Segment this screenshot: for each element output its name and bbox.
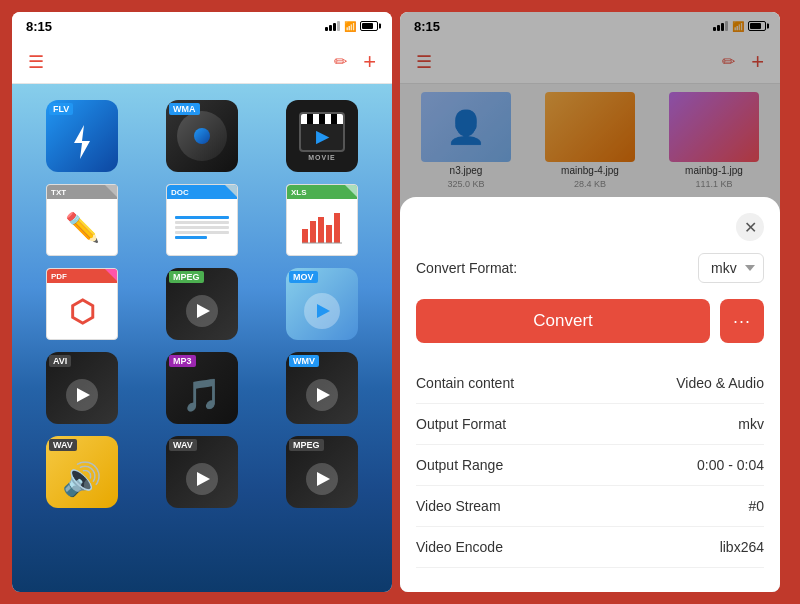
avi-play-icon — [66, 379, 98, 411]
format-row: Convert Format: mkv mp4 avi — [416, 253, 764, 283]
app-txt[interactable]: TXT ✏️ — [28, 184, 136, 256]
app-avi[interactable]: AVI — [28, 352, 136, 424]
left-nav-bar: ☰ ✏ + — [12, 40, 392, 84]
mp3-note-icon: 🎵 — [182, 376, 222, 414]
wifi-icon: 📶 — [344, 21, 356, 32]
wmv-play-icon — [306, 379, 338, 411]
flash-icon — [66, 123, 98, 161]
convert-button[interactable]: Convert — [416, 299, 710, 343]
movie-label: MOVIE — [308, 154, 336, 161]
video-encode-label: Video Encode — [416, 539, 503, 555]
format-label: Convert Format: — [416, 260, 517, 276]
video-stream-value: #0 — [748, 498, 764, 514]
xls-content — [287, 199, 357, 255]
svg-rect-5 — [334, 213, 340, 243]
mp3-tag: MP3 — [169, 355, 196, 367]
right-phone: 8:15 📶 ☰ ✏ + 👤 n3.jpeg 325 — [400, 12, 780, 592]
app-wav2[interactable]: WAV — [148, 436, 256, 508]
wma-disc — [177, 111, 227, 161]
wav2-tag: WAV — [169, 439, 197, 451]
svg-rect-2 — [310, 221, 316, 243]
left-status-bar: 8:15 📶 — [12, 12, 392, 40]
contain-value: Video & Audio — [676, 375, 764, 391]
app-mpeg-video[interactable]: MPEG — [148, 268, 256, 340]
mov-play-icon — [304, 293, 340, 329]
signal-icon — [325, 21, 340, 31]
modal-close-row: ✕ — [416, 213, 764, 241]
wma-tag: WMA — [169, 103, 200, 115]
info-row-output-format: Output Format mkv — [416, 404, 764, 445]
txt-pen-icon: ✏️ — [65, 211, 100, 244]
pdf-label: PDF — [51, 272, 67, 281]
txt-label: TXT — [51, 188, 66, 197]
info-row-video-stream: Video Stream #0 — [416, 486, 764, 527]
wmv-tag: WMV — [289, 355, 319, 367]
left-status-time: 8:15 — [26, 19, 52, 34]
convert-modal: ✕ Convert Format: mkv mp4 avi Convert ··… — [400, 197, 780, 592]
left-status-icons: 📶 — [325, 21, 378, 32]
left-plus-icon[interactable]: + — [363, 49, 376, 75]
svg-rect-1 — [302, 229, 308, 243]
output-format-label: Output Format — [416, 416, 506, 432]
contain-label: Contain content — [416, 375, 514, 391]
left-pencil-icon[interactable]: ✏ — [334, 52, 347, 71]
doc-header: DOC — [167, 185, 237, 199]
battery-icon — [360, 21, 378, 31]
wav2-play-icon — [186, 463, 218, 495]
app-wma[interactable]: WMA — [148, 100, 256, 172]
txt-content: ✏️ — [47, 199, 117, 255]
mpeg-v-tag: MPEG — [169, 271, 204, 283]
modal-overlay: ✕ Convert Format: mkv mp4 avi Convert ··… — [400, 12, 780, 592]
svg-rect-4 — [326, 225, 332, 243]
app-xls[interactable]: XLS — [268, 184, 376, 256]
xls-chart-icon — [300, 209, 344, 245]
left-menu-icon[interactable]: ☰ — [28, 51, 44, 73]
txt-header: TXT — [47, 185, 117, 199]
mpeg-play-icon — [186, 295, 218, 327]
output-format-value: mkv — [738, 416, 764, 432]
output-range-label: Output Range — [416, 457, 503, 473]
mpeg2-tag: MPEG — [289, 439, 324, 451]
app-grid: FLV WMA ▶ MOVIE — [12, 84, 392, 592]
video-encode-value: libx264 — [720, 539, 764, 555]
info-row-contain: Contain content Video & Audio — [416, 363, 764, 404]
pdf-header: PDF — [47, 269, 117, 283]
avi-tag: AVI — [49, 355, 71, 367]
app-mpeg2[interactable]: MPEG — [268, 436, 376, 508]
app-mov[interactable]: MOV — [268, 268, 376, 340]
app-wav[interactable]: WAV 🔊 — [28, 436, 136, 508]
svg-rect-3 — [318, 217, 324, 243]
app-doc[interactable]: DOC — [148, 184, 256, 256]
app-flv[interactable]: FLV — [28, 100, 136, 172]
output-range-value: 0:00 - 0:04 — [697, 457, 764, 473]
app-wmv[interactable]: WMV — [268, 352, 376, 424]
app-movie[interactable]: ▶ MOVIE — [268, 100, 376, 172]
modal-close-button[interactable]: ✕ — [736, 213, 764, 241]
pdf-icon: ⬡ — [69, 294, 95, 329]
movie-clapboard: ▶ — [299, 112, 345, 152]
pdf-content: ⬡ — [47, 283, 117, 339]
info-row-output-range: Output Range 0:00 - 0:04 — [416, 445, 764, 486]
xls-header: XLS — [287, 185, 357, 199]
info-row-video-encode: Video Encode libx264 — [416, 527, 764, 568]
format-select[interactable]: mkv mp4 avi — [698, 253, 764, 283]
app-pdf[interactable]: PDF ⬡ — [28, 268, 136, 340]
left-phone: 8:15 📶 ☰ ✏ + FLV — [12, 12, 392, 592]
flv-tag: FLV — [49, 103, 73, 115]
doc-label: DOC — [171, 188, 189, 197]
more-button[interactable]: ··· — [720, 299, 764, 343]
app-mp3[interactable]: MP3 🎵 — [148, 352, 256, 424]
wav-tag: WAV — [49, 439, 77, 451]
mpeg2-play-icon — [306, 463, 338, 495]
xls-label: XLS — [291, 188, 307, 197]
doc-content — [167, 199, 237, 255]
mov-tag: MOV — [289, 271, 318, 283]
video-stream-label: Video Stream — [416, 498, 501, 514]
svg-marker-0 — [74, 125, 90, 159]
movie-play-icon: ▶ — [316, 127, 328, 146]
convert-buttons-row: Convert ··· — [416, 299, 764, 343]
wav-speaker-icon: 🔊 — [62, 460, 102, 498]
